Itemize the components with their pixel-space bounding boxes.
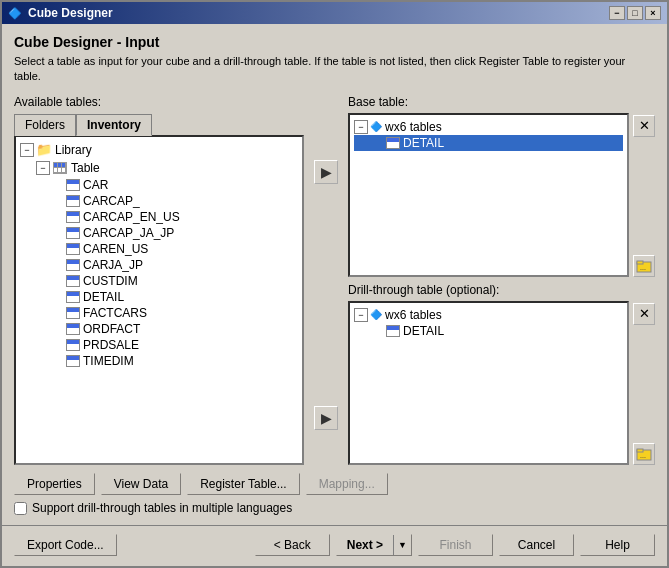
tree-item-caren[interactable]: CAREN_US (20, 241, 298, 257)
available-tables-tree[interactable]: − 📁 Library − (14, 135, 304, 465)
main-area: Available tables: Folders Inventory − 📁 … (14, 95, 655, 465)
title-bar: 🔷 Cube Designer − □ × (2, 2, 667, 24)
detail-label: DETAIL (83, 290, 124, 304)
drillthrough-close-button[interactable]: ✕ (633, 303, 655, 325)
drillthrough-group-expander[interactable]: − (354, 308, 368, 322)
prdsale-icon (66, 339, 80, 351)
tab-inventory[interactable]: Inventory (76, 114, 152, 136)
drillthrough-register-button[interactable]: ... (633, 443, 655, 465)
library-folder-icon: 📁 (36, 142, 52, 158)
register-table-button[interactable]: Register Table... (187, 473, 300, 495)
tree-item-carcap[interactable]: CARCAP_ (20, 193, 298, 209)
drillthrough-languages-checkbox[interactable] (14, 502, 27, 515)
left-panel: Available tables: Folders Inventory − 📁 … (14, 95, 304, 465)
prdsale-label: PRDSALE (83, 338, 139, 352)
carcap-en-icon (66, 211, 80, 223)
carcap-ja-icon (66, 227, 80, 239)
drillthrough-detail[interactable]: DETAIL (354, 323, 623, 339)
add-base-arrow[interactable]: ▶ (314, 160, 338, 184)
tree-item-factcars[interactable]: FACTCARS (20, 305, 298, 321)
carja-icon (66, 259, 80, 271)
base-group-label: wx6 tables (385, 120, 442, 134)
drillthrough-tree[interactable]: − 🔷 wx6 tables DETAIL (348, 301, 629, 465)
finish-button[interactable]: Finish (418, 534, 493, 556)
next-dropdown-arrow[interactable]: ▼ (394, 535, 411, 555)
maximize-button[interactable]: □ (627, 6, 643, 20)
factcars-icon (66, 307, 80, 319)
mapping-button[interactable]: Mapping... (306, 473, 388, 495)
window-title: Cube Designer (28, 6, 113, 20)
title-bar-left: 🔷 Cube Designer (8, 6, 113, 20)
carja-label: CARJA_JP (83, 258, 143, 272)
car-label: CAR (83, 178, 108, 192)
tab-folders[interactable]: Folders (14, 114, 76, 136)
middle-arrows: ▶ ▶ (314, 95, 338, 465)
base-group-expander[interactable]: − (354, 120, 368, 134)
timedim-icon (66, 355, 80, 367)
custdim-icon (66, 275, 80, 287)
drillthrough-group[interactable]: − 🔷 wx6 tables (354, 307, 623, 323)
table-expander[interactable]: − (36, 161, 50, 175)
header-section: Cube Designer - Input Select a table as … (14, 34, 655, 85)
tree-item-ordfact[interactable]: ORDFACT (20, 321, 298, 337)
tree-item-table-folder[interactable]: − Table (20, 159, 298, 177)
table-folder-label: Table (71, 161, 100, 175)
minimize-button[interactable]: − (609, 6, 625, 20)
next-button-group: Next > ▼ (336, 534, 412, 556)
drillthrough-detail-icon (386, 325, 400, 337)
action-buttons: Properties View Data Register Table... M… (14, 473, 655, 495)
ordfact-icon (66, 323, 80, 335)
table-folder-icon (52, 160, 68, 176)
folder-register-icon: ... (636, 258, 652, 274)
base-register-button[interactable]: ... (633, 255, 655, 277)
right-panel: Base table: − 🔷 wx6 tables (348, 95, 655, 465)
tree-item-carcap-en[interactable]: CARCAP_EN_US (20, 209, 298, 225)
base-group-icon: 🔷 (370, 121, 382, 132)
add-drillthrough-arrow[interactable]: ▶ (314, 406, 338, 430)
tree-item-carcap-ja[interactable]: CARCAP_JA_JP (20, 225, 298, 241)
carcap-ja-label: CARCAP_JA_JP (83, 226, 174, 240)
header-description: Select a table as input for your cube an… (14, 54, 655, 85)
tree-item-detail[interactable]: DETAIL (20, 289, 298, 305)
detail-icon (66, 291, 80, 303)
tree-item-library[interactable]: − 📁 Library (20, 141, 298, 159)
drillthrough-detail-label: DETAIL (403, 324, 444, 338)
base-table-section: Base table: − 🔷 wx6 tables (348, 95, 655, 277)
close-button[interactable]: × (645, 6, 661, 20)
dialog-content: Cube Designer - Input Select a table as … (2, 24, 667, 525)
drillthrough-folder-icon: ... (636, 446, 652, 462)
ordfact-label: ORDFACT (83, 322, 140, 336)
base-table-tree[interactable]: − 🔷 wx6 tables DETAIL (348, 113, 629, 277)
tree-item-prdsale[interactable]: PRDSALE (20, 337, 298, 353)
base-table-detail[interactable]: DETAIL (354, 135, 623, 151)
svg-text:...: ... (640, 264, 646, 271)
drillthrough-label: Drill-through table (optional): (348, 283, 655, 297)
back-button[interactable]: < Back (255, 534, 330, 556)
available-tables-label: Available tables: (14, 95, 304, 109)
base-table-label: Base table: (348, 95, 655, 109)
drillthrough-actions: ✕ ... (633, 301, 655, 465)
footer-left: Export Code... (14, 534, 117, 556)
library-expander[interactable]: − (20, 143, 34, 157)
base-table-inner: − 🔷 wx6 tables DETAIL (348, 113, 655, 277)
help-button[interactable]: Help (580, 534, 655, 556)
base-close-button[interactable]: ✕ (633, 115, 655, 137)
car-table-icon (66, 179, 80, 191)
base-table-group[interactable]: − 🔷 wx6 tables (354, 119, 623, 135)
factcars-label: FACTCARS (83, 306, 147, 320)
tree-item-custdim[interactable]: CUSTDIM (20, 273, 298, 289)
cancel-button[interactable]: Cancel (499, 534, 574, 556)
timedim-label: TIMEDIM (83, 354, 134, 368)
tabs-bar: Folders Inventory (14, 113, 304, 135)
next-button[interactable]: Next > (337, 535, 393, 555)
tree-item-car[interactable]: CAR (20, 177, 298, 193)
view-data-button[interactable]: View Data (101, 473, 181, 495)
export-code-button[interactable]: Export Code... (14, 534, 117, 556)
properties-button[interactable]: Properties (14, 473, 95, 495)
base-detail-label: DETAIL (403, 136, 444, 150)
checkbox-row: Support drill-through tables in multiple… (14, 501, 655, 515)
tree-item-timedim[interactable]: TIMEDIM (20, 353, 298, 369)
footer: Export Code... < Back Next > ▼ Finish Ca… (2, 525, 667, 566)
tree-item-carja[interactable]: CARJA_JP (20, 257, 298, 273)
title-bar-buttons: − □ × (609, 6, 661, 20)
